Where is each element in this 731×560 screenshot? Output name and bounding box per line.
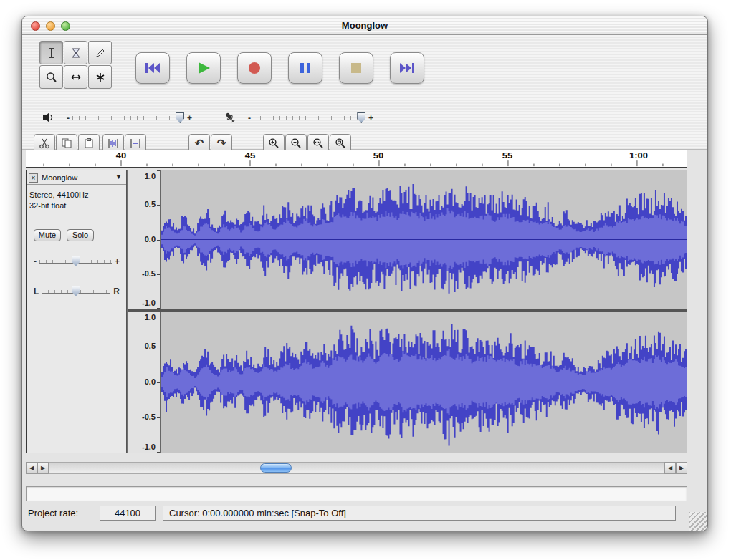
pan-right-label: R	[113, 288, 120, 295]
magnifier-icon	[45, 71, 58, 84]
scroll-right-button[interactable]: ▶	[37, 462, 49, 474]
svg-text:40: 40	[116, 151, 127, 160]
waveform-right-svg	[161, 312, 687, 453]
mute-button[interactable]: Mute	[34, 229, 61, 241]
play-icon	[195, 61, 212, 75]
track-control-panel: × Moonglow ▼ Stereo, 44100Hz 32-bit floa…	[27, 170, 127, 453]
track-menu-dropdown[interactable]: ▼	[115, 173, 122, 180]
vruler-label: -1.0	[142, 443, 156, 451]
fit-project-icon	[335, 137, 346, 149]
desktop: Moonglow	[0, 0, 731, 560]
output-volume-min-label: -	[67, 115, 70, 122]
skip-to-end-button[interactable]	[390, 52, 424, 84]
project-rate-label: Project rate:	[28, 508, 78, 518]
microphone-icon	[223, 111, 237, 125]
horizontal-scrollbar[interactable]: ◀ ▶ ◀ ▶	[26, 462, 687, 474]
gain-min-label: -	[34, 258, 37, 265]
pause-button[interactable]	[288, 52, 322, 84]
vruler-label: 0.0	[145, 377, 156, 386]
scroll-left-button-2[interactable]: ◀	[664, 462, 676, 474]
scrollbar-thumb[interactable]	[260, 463, 292, 473]
gain-max-label: +	[115, 258, 120, 265]
scissors-icon	[39, 137, 50, 149]
left-right-arrow-icon	[70, 71, 82, 84]
stop-button[interactable]	[339, 52, 373, 84]
pause-icon	[297, 61, 314, 75]
input-volume-thumb[interactable]	[357, 112, 366, 123]
svg-text:50: 50	[373, 151, 384, 160]
right-channel: 1.0 0.5 0.0 -0.5 -1.0	[128, 312, 687, 453]
redo-icon: ↷	[217, 137, 226, 150]
vruler-label: 0.5	[145, 200, 156, 208]
envelope-tool-button[interactable]	[64, 41, 87, 64]
input-volume-min-label: -	[248, 115, 251, 122]
window-title: Moonglow	[22, 20, 707, 31]
svg-text:55: 55	[502, 151, 513, 160]
resize-grip[interactable]	[689, 512, 707, 531]
track-header: × Moonglow ▼	[27, 173, 126, 185]
title-bar[interactable]: Moonglow	[22, 16, 707, 35]
track-name: Moonglow	[42, 173, 77, 182]
vruler-label: -1.0	[142, 299, 156, 307]
zoom-out-icon	[290, 137, 302, 149]
paste-icon	[83, 137, 95, 149]
output-volume-slider[interactable]: - +	[67, 112, 192, 125]
audacity-window: Moonglow	[22, 16, 708, 531]
track-close-button[interactable]: ×	[29, 173, 38, 183]
waveform-right[interactable]	[161, 312, 687, 453]
vertical-ruler-right: 1.0 0.5 0.0 -0.5 -1.0	[128, 312, 161, 453]
track-area: × Moonglow ▼ Stereo, 44100Hz 32-bit floa…	[26, 170, 687, 453]
record-button[interactable]	[237, 52, 272, 84]
fit-selection-icon	[312, 137, 324, 149]
pan-thumb[interactable]	[72, 286, 80, 296]
cursor-status: Cursor: 0:00.000000 min:sec [Snap-To Off…	[163, 506, 676, 521]
pan-slider[interactable]: L R	[34, 285, 120, 298]
mixer-toolbar: - + - +	[22, 110, 707, 128]
toolbar-area: - + - +	[22, 35, 707, 150]
input-volume-max-label: +	[368, 115, 373, 122]
pan-left-label: L	[34, 288, 39, 295]
gain-slider[interactable]: - +	[34, 255, 120, 268]
play-button[interactable]	[186, 52, 221, 84]
stop-icon	[348, 61, 365, 75]
time-shift-tool-button[interactable]	[64, 65, 87, 89]
vruler-label: -0.5	[142, 412, 156, 421]
vruler-label: 1.0	[145, 313, 156, 322]
draw-tool-button[interactable]	[88, 41, 112, 64]
skip-to-start-icon	[144, 61, 161, 75]
output-volume-thumb[interactable]	[176, 112, 184, 123]
vruler-label: 0.5	[145, 342, 156, 350]
track-bitdepth-info: 32-bit float	[29, 201, 66, 210]
vertical-ruler-left: 1.0 0.5 0.0 -0.5 -1.0	[128, 170, 161, 309]
scroll-left-button[interactable]: ◀	[26, 462, 37, 474]
waveform-left[interactable]	[161, 170, 687, 309]
envelope-icon	[70, 47, 82, 59]
speaker-icon	[42, 111, 55, 124]
pencil-icon	[94, 47, 107, 59]
input-volume-slider[interactable]: - +	[248, 112, 373, 125]
multi-tool-button[interactable]	[88, 65, 112, 89]
timeline-ruler-svg: 404550551:00	[26, 150, 687, 167]
selection-tool-button[interactable]	[39, 41, 63, 64]
copy-icon	[61, 137, 72, 149]
output-volume-max-label: +	[187, 115, 192, 122]
timeline-ruler[interactable]: 404550551:00	[26, 150, 687, 168]
transport-toolbar	[135, 52, 424, 84]
skip-to-start-button[interactable]	[135, 52, 170, 84]
solo-button[interactable]: Solo	[67, 229, 94, 241]
left-channel: 1.0 0.5 0.0 -0.5 -1.0	[128, 170, 687, 309]
waveform-left-svg	[161, 170, 687, 309]
scroll-right-button-2[interactable]: ▶	[676, 462, 687, 474]
vruler-label: 0.0	[145, 235, 156, 243]
gain-thumb[interactable]	[72, 256, 80, 266]
record-icon	[246, 61, 263, 75]
trim-icon	[108, 137, 119, 149]
input-volume-track	[254, 116, 366, 120]
zoom-in-icon	[268, 137, 280, 149]
scrollbar-track[interactable]	[49, 462, 664, 474]
undo-icon: ↶	[195, 137, 204, 150]
svg-text:45: 45	[245, 151, 256, 160]
zoom-tool-button[interactable]	[39, 65, 63, 89]
status-bar: Project rate: 44100 Cursor: 0:00.000000 …	[22, 505, 707, 522]
project-rate-value[interactable]: 44100	[100, 506, 156, 521]
